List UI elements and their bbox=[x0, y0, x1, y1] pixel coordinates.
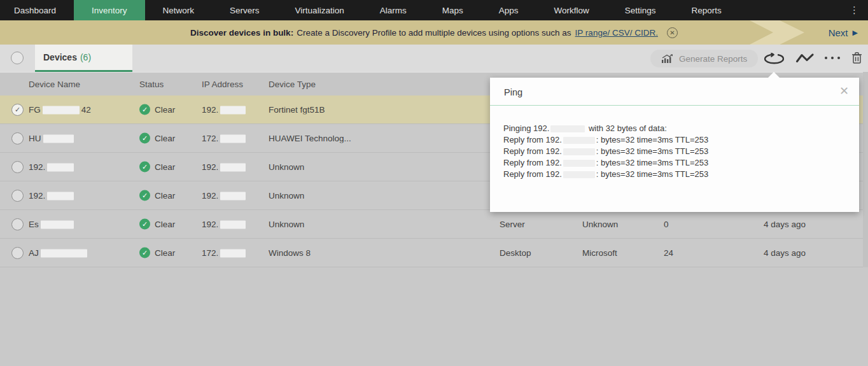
delete-button[interactable] bbox=[851, 52, 862, 67]
trash-icon bbox=[851, 52, 862, 64]
ping-text: : bytes=32 time=3ms TTL=253 bbox=[596, 135, 708, 144]
status-clear-icon: ✓ bbox=[139, 104, 150, 115]
ip-text: 172. bbox=[202, 134, 218, 143]
ping-line: Reply from 192.: bytes=32 time=3ms TTL=2… bbox=[503, 169, 846, 180]
ping-popup-header: Ping ✕ bbox=[490, 78, 859, 106]
category-cell: Desktop bbox=[500, 248, 531, 258]
column-header-device-type[interactable]: Device Type bbox=[269, 80, 316, 89]
status-cell: ✓Clear bbox=[139, 248, 175, 258]
nav-item-network[interactable]: Network bbox=[145, 0, 213, 20]
row-checkbox[interactable] bbox=[11, 247, 24, 259]
nav-item-workflow[interactable]: Workflow bbox=[536, 0, 606, 20]
vendor-cell: Microsoft bbox=[582, 248, 617, 258]
nav-item-servers[interactable]: Servers bbox=[212, 0, 277, 20]
redacted-text bbox=[220, 192, 246, 200]
chevron-watermark bbox=[750, 20, 804, 45]
redacted-text bbox=[563, 148, 595, 155]
nav-item-maps[interactable]: Maps bbox=[424, 0, 481, 20]
traceroute-button[interactable] bbox=[795, 53, 815, 66]
ip-text: 192. bbox=[202, 220, 218, 229]
ping-text: Reply from 192. bbox=[503, 135, 562, 144]
vertical-scrollbar[interactable] bbox=[863, 72, 868, 267]
popup-close-icon[interactable]: ✕ bbox=[839, 85, 849, 97]
status-clear-icon: ✓ bbox=[139, 162, 150, 172]
device-name-cell[interactable]: Es bbox=[29, 220, 76, 229]
tab-toolbar: Devices (6) Generate Reports bbox=[0, 45, 868, 72]
ping-text: Reply from 192. bbox=[503, 169, 562, 179]
ip-address-cell: 172. bbox=[202, 248, 248, 258]
table-row[interactable]: AJ ✓Clear 172. Windows 8 Desktop Microso… bbox=[0, 239, 868, 267]
tab-devices-count: (6) bbox=[80, 52, 91, 62]
banner-message: Create a Discovery Profile to add multip… bbox=[297, 28, 571, 38]
device-type-cell: Windows 8 bbox=[269, 248, 311, 258]
nav-item-dashboard[interactable]: Dashboard bbox=[0, 0, 74, 20]
ip-address-cell: 192. bbox=[202, 105, 248, 115]
ip-range-csv-cidr-link[interactable]: IP range/ CSV/ CIDR. bbox=[575, 28, 658, 38]
status-cell: ✓Clear bbox=[139, 219, 175, 230]
nav-item-alarms[interactable]: Alarms bbox=[362, 0, 424, 20]
next-button[interactable]: Next ▶ bbox=[829, 20, 858, 45]
device-name-cell[interactable]: HU bbox=[29, 134, 76, 143]
vendor-cell: Unknown bbox=[582, 220, 618, 229]
column-header-ip-address[interactable]: IP Address bbox=[202, 80, 243, 89]
ip-address-cell: 192. bbox=[202, 220, 248, 229]
status-label: Clear bbox=[155, 191, 175, 201]
status-label: Clear bbox=[155, 220, 175, 229]
column-header-device-name[interactable]: Device Name bbox=[29, 80, 80, 89]
nav-item-settings[interactable]: Settings bbox=[607, 0, 674, 20]
ping-text: : bytes=32 time=3ms TTL=253 bbox=[596, 169, 708, 179]
ping-line: Reply from 192.: bytes=32 time=3ms TTL=2… bbox=[503, 157, 846, 169]
more-actions-button[interactable] bbox=[825, 57, 840, 59]
redacted-text bbox=[41, 220, 74, 229]
ping-line: Reply from 192.: bytes=32 time=3ms TTL=2… bbox=[503, 134, 846, 146]
banner-dismiss-icon[interactable]: ✕ bbox=[667, 27, 678, 38]
row-checkbox[interactable] bbox=[11, 190, 24, 202]
device-name-text: AJ bbox=[29, 248, 39, 258]
nav-item-virtualization[interactable]: Virtualization bbox=[277, 0, 362, 20]
nav-item-inventory[interactable]: Inventory bbox=[74, 0, 145, 20]
status-clear-icon: ✓ bbox=[139, 190, 150, 201]
next-arrow-icon: ▶ bbox=[853, 29, 858, 37]
ping-text: with 32 bytes of data: bbox=[589, 123, 667, 133]
table-row[interactable]: Es ✓Clear 192. Unknown Server Unknown 0 … bbox=[0, 210, 868, 239]
redacted-text bbox=[220, 249, 246, 257]
row-checkbox[interactable] bbox=[11, 161, 24, 173]
device-name-text: 192. bbox=[29, 191, 45, 201]
device-name-cell[interactable]: AJ bbox=[29, 248, 89, 258]
tab-devices-label: Devices bbox=[43, 52, 77, 62]
device-name-text: 192. bbox=[29, 162, 45, 172]
redacted-text bbox=[220, 220, 246, 229]
category-cell: Server bbox=[500, 220, 525, 229]
device-name-cell[interactable]: 192. bbox=[29, 162, 76, 172]
ping-tool-button[interactable] bbox=[764, 53, 784, 67]
ping-text: : bytes=32 time=3ms TTL=253 bbox=[596, 146, 708, 156]
ip-address-cell: 192. bbox=[202, 162, 248, 172]
kebab-menu-icon[interactable]: ⋮ bbox=[841, 0, 868, 20]
ping-line: Reply from 192.: bytes=32 time=3ms TTL=2… bbox=[503, 146, 846, 157]
row-checkbox[interactable] bbox=[11, 132, 24, 144]
ping-text: Pinging 192. bbox=[503, 123, 549, 133]
device-name-text: FG bbox=[29, 105, 41, 115]
ping-text: Reply from 192. bbox=[503, 146, 562, 156]
nav-item-apps[interactable]: Apps bbox=[481, 0, 536, 20]
status-label: Clear bbox=[155, 105, 175, 115]
ip-text: 172. bbox=[202, 248, 218, 258]
status-cell: ✓Clear bbox=[139, 190, 175, 201]
tab-devices[interactable]: Devices (6) bbox=[35, 45, 132, 72]
row-checkbox-checked[interactable]: ✓ bbox=[11, 104, 24, 116]
redacted-text bbox=[563, 137, 595, 144]
row-checkbox[interactable] bbox=[11, 218, 24, 230]
device-name-cell[interactable]: 192. bbox=[29, 191, 76, 201]
select-all-checkbox[interactable] bbox=[11, 52, 24, 64]
nav-item-reports[interactable]: Reports bbox=[674, 0, 739, 20]
status-label: Clear bbox=[155, 248, 175, 258]
device-type-cell: Fortinet fgt51B bbox=[269, 105, 325, 115]
device-type-cell: HUAWEI Technolog... bbox=[269, 134, 351, 143]
ip-text: 192. bbox=[202, 105, 218, 115]
ip-text: 192. bbox=[202, 162, 218, 172]
generate-reports-button[interactable]: Generate Reports bbox=[650, 50, 758, 67]
ip-address-cell: 192. bbox=[202, 191, 248, 201]
column-header-status[interactable]: Status bbox=[139, 80, 164, 89]
redacted-text bbox=[47, 163, 74, 171]
device-name-cell[interactable]: FG42 bbox=[29, 105, 91, 115]
